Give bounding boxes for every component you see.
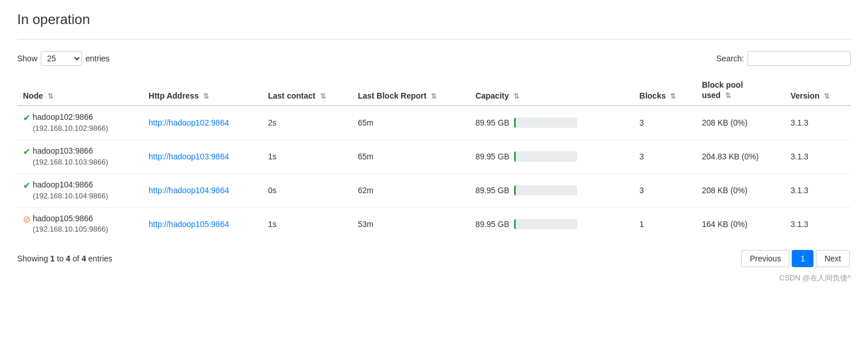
capacity-bar-bg: [514, 151, 577, 162]
node-cell: ✔ hadoop104:9866 (192.168.10.104:9866): [17, 173, 143, 207]
nodes-table: Node ⇅ Http Address ⇅ Last contact ⇅ Las…: [17, 75, 851, 241]
capacity-cell: 89.95 GB: [470, 207, 634, 240]
show-entries: Show 102550100 entries: [17, 51, 110, 66]
blocks-cell: 3: [634, 105, 696, 139]
block-pool-used-cell: 204.83 KB (0%): [696, 140, 784, 174]
node-sub: (192.168.10.104:9866): [33, 191, 108, 201]
capacity-bar-bg: [514, 185, 577, 195]
col-last-block-report: Last Block Report ⇅: [352, 75, 470, 105]
http-link[interactable]: http://hadoop102:9864: [149, 118, 229, 127]
sort-icon-blocks[interactable]: ⇅: [670, 92, 676, 100]
controls-bottom: Showing 1 to 4 of 4 entries Previous 1 N…: [17, 250, 851, 267]
last-contact-cell: 1s: [262, 140, 352, 174]
node-main: hadoop102:9866: [33, 112, 108, 123]
page-1-button[interactable]: 1: [792, 250, 813, 267]
capacity-bar-bg: [514, 219, 577, 229]
search-input[interactable]: [748, 51, 851, 66]
table-row: ✔ hadoop102:9866 (192.168.10.102:9866) h…: [17, 105, 851, 139]
sort-icon-block-pool[interactable]: ⇅: [725, 92, 731, 100]
pagination: Previous 1 Next: [740, 250, 851, 267]
last-contact-cell: 2s: [262, 105, 352, 139]
node-main: hadoop103:9866: [33, 146, 108, 157]
col-node: Node ⇅: [17, 75, 143, 105]
showing-text: Showing 1 to 4 of 4 entries: [17, 254, 112, 263]
last-block-report-cell: 65m: [352, 105, 470, 139]
http-address-cell: http://hadoop104:9864: [143, 173, 262, 207]
col-version: Version ⇅: [785, 75, 851, 105]
last-contact-cell: 1s: [262, 207, 352, 240]
node-cell: ✔ hadoop102:9866 (192.168.10.102:9866): [17, 105, 143, 139]
sort-icon-http[interactable]: ⇅: [203, 92, 209, 100]
last-block-report-cell: 53m: [352, 207, 470, 240]
footer-credit: CSDN @在人间负债^: [17, 273, 851, 283]
node-main: hadoop104:9866: [33, 179, 108, 191]
block-pool-used-cell: 164 KB (0%): [696, 207, 784, 240]
capacity-label: 89.95 GB: [476, 152, 509, 161]
capacity-bar-bg: [514, 118, 577, 128]
http-link[interactable]: http://hadoop104:9864: [149, 186, 229, 195]
entries-label: entries: [85, 54, 110, 63]
previous-button[interactable]: Previous: [741, 250, 789, 267]
sort-icon-version[interactable]: ⇅: [824, 92, 830, 100]
http-address-cell: http://hadoop102:9864: [143, 105, 262, 139]
node-sub: (192.168.10.105:9866): [33, 224, 108, 234]
showing-from: 1: [50, 254, 55, 263]
controls-top: Show 102550100 entries Search:: [17, 51, 851, 66]
col-capacity: Capacity ⇅: [470, 75, 634, 105]
search-label: Search:: [717, 54, 744, 63]
capacity-cell: 89.95 GB: [470, 140, 634, 174]
block-pool-used-cell: 208 KB (0%): [696, 173, 784, 207]
col-last-contact: Last contact ⇅: [262, 75, 352, 105]
page-title: In operation: [17, 11, 851, 28]
http-link[interactable]: http://hadoop105:9864: [149, 220, 229, 229]
capacity-cell: 89.95 GB: [470, 173, 634, 207]
blocks-cell: 3: [634, 173, 696, 207]
node-cell: ✔ hadoop103:9866 (192.168.10.103:9866): [17, 140, 143, 174]
status-icon: ✔: [23, 112, 30, 123]
search-box: Search:: [717, 51, 851, 66]
col-block-pool-used: Block poolused ⇅: [696, 75, 784, 105]
last-contact-cell: 0s: [262, 173, 352, 207]
col-http-address: Http Address ⇅: [143, 75, 262, 105]
blocks-cell: 1: [634, 207, 696, 240]
capacity-label: 89.95 GB: [476, 220, 509, 229]
status-icon: ⊘: [23, 214, 30, 225]
table-row: ✔ hadoop103:9866 (192.168.10.103:9866) h…: [17, 140, 851, 174]
http-address-cell: http://hadoop103:9864: [143, 140, 262, 174]
status-icon: ✔: [23, 180, 30, 191]
divider: [17, 39, 851, 40]
capacity-bar-fill: [514, 185, 516, 195]
capacity-bar-fill: [514, 151, 516, 162]
node-sub: (192.168.10.102:9866): [33, 123, 108, 134]
capacity-label: 89.95 GB: [476, 186, 509, 195]
last-block-report-cell: 62m: [352, 173, 470, 207]
sort-icon-last-contact[interactable]: ⇅: [320, 92, 326, 100]
show-label: Show: [17, 54, 37, 63]
showing-total: 4: [81, 254, 86, 263]
last-block-report-cell: 65m: [352, 140, 470, 174]
version-cell: 3.1.3: [785, 105, 851, 139]
showing-to: 4: [66, 254, 71, 263]
capacity-cell: 89.95 GB: [470, 105, 634, 139]
table-header-row: Node ⇅ Http Address ⇅ Last contact ⇅ Las…: [17, 75, 851, 105]
http-link[interactable]: http://hadoop103:9864: [149, 152, 229, 161]
block-pool-used-cell: 208 KB (0%): [696, 105, 784, 139]
next-button[interactable]: Next: [816, 250, 850, 267]
entries-select[interactable]: 102550100: [41, 51, 82, 66]
http-address-cell: http://hadoop105:9864: [143, 207, 262, 240]
blocks-cell: 3: [634, 140, 696, 174]
table-row: ✔ hadoop104:9866 (192.168.10.104:9866) h…: [17, 173, 851, 207]
node-sub: (192.168.10.103:9866): [33, 157, 108, 167]
col-blocks: Blocks ⇅: [634, 75, 696, 105]
version-cell: 3.1.3: [785, 207, 851, 240]
table-row: ⊘ hadoop105:9866 (192.168.10.105:9866) h…: [17, 207, 851, 240]
sort-icon-node[interactable]: ⇅: [48, 92, 53, 100]
capacity-bar-fill: [514, 219, 516, 229]
sort-icon-last-block-report[interactable]: ⇅: [431, 92, 437, 100]
capacity-bar-fill: [514, 118, 516, 128]
node-main: hadoop105:9866: [33, 213, 108, 225]
version-cell: 3.1.3: [785, 173, 851, 207]
sort-icon-capacity[interactable]: ⇅: [513, 92, 519, 100]
node-cell: ⊘ hadoop105:9866 (192.168.10.105:9866): [17, 207, 143, 240]
capacity-label: 89.95 GB: [476, 118, 509, 127]
